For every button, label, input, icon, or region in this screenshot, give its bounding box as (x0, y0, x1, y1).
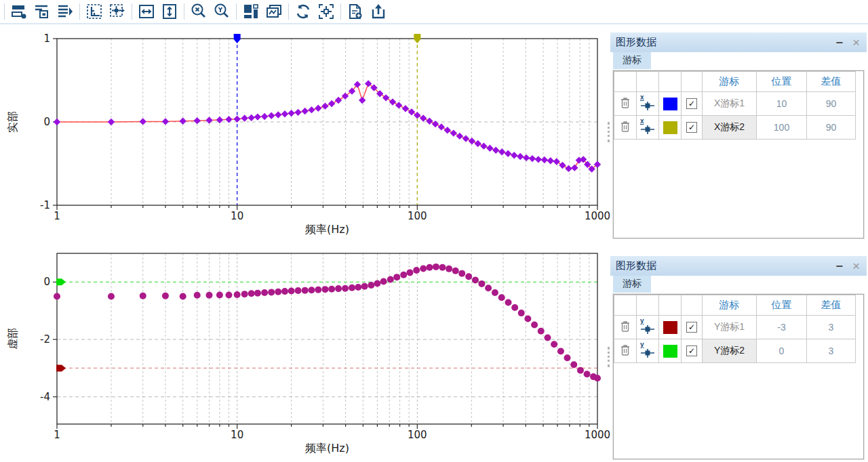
grid (57, 253, 597, 424)
cursor-color-swatch[interactable] (663, 345, 677, 358)
panel-titlebar[interactable]: 图形数据 − × (610, 256, 867, 276)
refresh-button[interactable] (292, 1, 314, 22)
trash-icon[interactable] (619, 120, 631, 133)
cursor-name-cell[interactable]: X游标1 (703, 92, 757, 116)
svg-text:0: 0 (43, 116, 50, 128)
toolbar-separator (340, 3, 341, 20)
toolbar-separator (288, 3, 289, 20)
center-cursor-button[interactable] (315, 1, 337, 22)
fit-view-icon (85, 3, 103, 20)
column-position: 位置 (757, 295, 807, 316)
series-markers (54, 264, 601, 381)
panel-splitter[interactable] (608, 122, 610, 142)
cursor-visible-checkbox[interactable]: ✓ (686, 345, 697, 356)
graph-data-panel-y: 图形数据 − × 游标 游标 位置 差值 (610, 256, 867, 459)
y-cursor-type-icon: y (639, 319, 656, 335)
curve-style-list-button[interactable] (8, 1, 30, 22)
svg-text:10: 10 (231, 210, 243, 222)
svg-text:-2: -2 (40, 333, 50, 345)
cursor-position-cell[interactable]: 0 (757, 339, 807, 363)
tab-cursor[interactable]: 游标 (613, 52, 651, 69)
cursor-color-swatch[interactable] (663, 321, 677, 334)
curve-list-export-button[interactable] (54, 1, 76, 22)
chart-snapshot-button[interactable] (263, 1, 285, 22)
toolbar-separator (132, 3, 132, 20)
move-view-button[interactable] (106, 1, 128, 22)
column-delta: 差值 (807, 295, 856, 316)
close-button[interactable]: × (852, 261, 860, 272)
cursor-table-container: 游标 位置 差值 y (613, 294, 864, 459)
toolbar-separator (184, 3, 184, 20)
toolbar-separator (4, 3, 5, 20)
toolbar-separator (236, 3, 237, 20)
cursor-marker-0[interactable] (234, 34, 241, 43)
cursor-delta-cell: 3 (807, 316, 856, 339)
zoom-y-icon (213, 3, 231, 20)
graph-data-panel-x: 图形数据 − × 游标 游标 位置 差值 (610, 33, 867, 238)
column-cursor: 游标 (703, 72, 757, 92)
curve-style-list-icon (10, 3, 28, 20)
fit-width-icon (138, 3, 155, 20)
cursor-row: y ✓ Y游标1 -3 3 (614, 316, 864, 339)
minimize-button[interactable]: − (835, 38, 843, 47)
toolbar-separator (79, 3, 80, 20)
imaginary-part-chart[interactable]: 11010010000-2-4频率(Hz)虚部 (0, 249, 610, 462)
close-button[interactable]: × (852, 37, 860, 48)
fit-width-button[interactable] (136, 1, 157, 22)
panel-layout-icon (242, 3, 260, 20)
zoom-x-button[interactable] (188, 1, 210, 22)
cursor-marker-1[interactable] (56, 278, 66, 285)
fit-height-button[interactable] (159, 1, 180, 22)
chart-snapshot-icon (265, 3, 283, 20)
cursor-position-cell[interactable]: -3 (757, 316, 807, 339)
cursor-color-swatch[interactable] (663, 121, 677, 134)
panel-layout-button[interactable] (240, 1, 262, 22)
curve-fill-style-button[interactable] (31, 1, 53, 22)
real-part-chart[interactable]: 110100100010-1频率(Hz)实部 (0, 26, 610, 238)
cursor-name-cell[interactable]: Y游标2 (703, 339, 757, 363)
axis-labels: 11010010000-2-4频率(Hz)虚部 (6, 276, 610, 455)
svg-text:1000: 1000 (585, 429, 610, 441)
panel-titlebar[interactable]: 图形数据 − × (610, 33, 867, 52)
fit-view-button[interactable] (83, 1, 105, 22)
cursor-visible-checkbox[interactable]: ✓ (686, 122, 697, 133)
zoom-y-button[interactable] (211, 1, 233, 22)
cursor-position-cell[interactable]: 100 (757, 116, 807, 140)
cursor-color-swatch[interactable] (663, 98, 677, 110)
y-cursor-type-icon: y (639, 343, 656, 359)
cursor-delta-cell: 90 (807, 92, 856, 116)
svg-text:100: 100 (408, 429, 427, 441)
cursor-name-cell[interactable]: X游标2 (703, 116, 757, 140)
cursor-table: 游标 位置 差值 y (614, 295, 863, 363)
svg-text:1: 1 (54, 210, 60, 222)
trash-icon[interactable] (619, 320, 631, 333)
cursor-visible-checkbox[interactable]: ✓ (686, 98, 697, 109)
trash-icon[interactable] (619, 96, 631, 109)
panel-splitter[interactable] (608, 347, 610, 367)
svg-text:10: 10 (231, 429, 243, 441)
cursor-table: 游标 位置 差值 x (614, 71, 863, 140)
cursor-visible-checkbox[interactable]: ✓ (686, 322, 697, 333)
cursor-delta-cell: 90 (807, 116, 856, 140)
cursor-position-cell[interactable]: 10 (757, 92, 807, 116)
cursor-marker-1[interactable] (414, 34, 420, 43)
export-data-button[interactable] (368, 1, 389, 22)
tab-cursor[interactable]: 游标 (613, 276, 651, 293)
minimize-button[interactable]: − (835, 261, 843, 271)
svg-text:100: 100 (408, 210, 427, 222)
move-view-icon (108, 3, 126, 20)
cursor-name-cell[interactable]: Y游标1 (703, 316, 757, 339)
svg-text:-4: -4 (40, 391, 50, 403)
zoom-x-icon (190, 3, 208, 20)
svg-text:频率(Hz): 频率(Hz) (305, 223, 349, 236)
svg-text:1: 1 (43, 33, 50, 45)
cursor-row: x ✓ X游标2 100 90 (614, 116, 864, 140)
svg-text:1000: 1000 (585, 210, 610, 222)
trash-icon[interactable] (619, 343, 631, 356)
new-report-button[interactable] (344, 1, 366, 22)
cursor-marker-0[interactable] (56, 364, 66, 371)
column-position: 位置 (757, 72, 807, 92)
center-cursor-icon (317, 3, 335, 20)
cursor-table-container: 游标 位置 差值 x (613, 70, 864, 238)
tab-bar: 游标 (610, 52, 867, 69)
